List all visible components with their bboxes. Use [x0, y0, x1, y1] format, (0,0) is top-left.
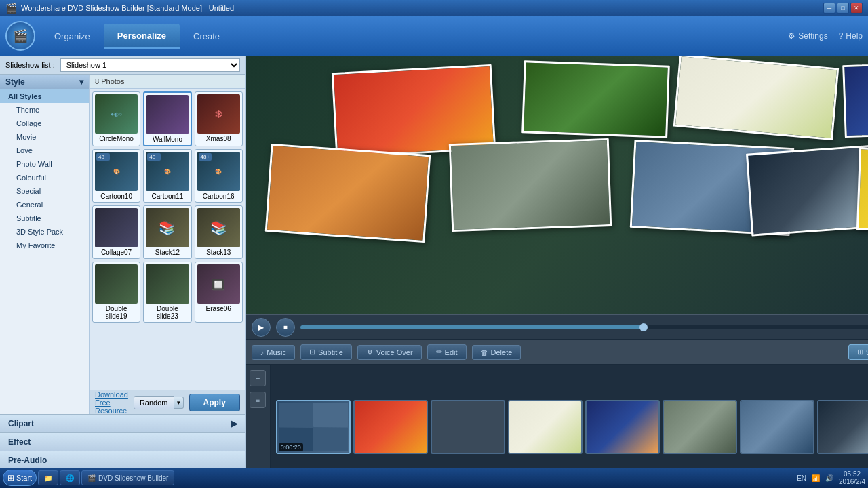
side-item-effect[interactable]: Effect	[0, 433, 245, 451]
style-tree-item-all[interactable]: All Styles	[0, 89, 89, 103]
storyboard-item-2[interactable]	[431, 400, 505, 454]
delete-icon: 🗑	[481, 348, 488, 357]
left-panel: Slideshow list : Slideshow 1 Style ▾ All…	[0, 56, 246, 488]
title-bar-controls[interactable]: ─ □ ✕	[823, 3, 863, 14]
music-icon: ♪	[260, 348, 264, 357]
style-name-collage07: Collage07	[101, 249, 132, 256]
voice-over-button[interactable]: 🎙 Voice Over	[357, 345, 422, 360]
preview-area: ▶ ■ 00:00:00 / 00:00:52 4:3 ♪	[246, 56, 868, 488]
style-item-doubleslide23[interactable]: Double slide23	[143, 262, 191, 323]
style-tree: Style ▾ All Styles Theme Collage Movie L…	[0, 75, 90, 414]
tab-create[interactable]: Create	[180, 24, 233, 48]
stop-button[interactable]: ■	[276, 318, 295, 337]
taskbar-item-file-explorer[interactable]: 📁	[38, 470, 58, 485]
progress-bar[interactable]	[300, 325, 868, 329]
storyboard-tab[interactable]: ⊞ Storyboard	[848, 344, 868, 360]
random-button-group: Random ▾	[134, 396, 184, 409]
timeline-toolbar: ♪ Music ⊡ Subtitle 🎙 Voice Over ✏ Edit	[246, 340, 868, 365]
storyboard-move-icon: ≡	[250, 392, 266, 408]
style-thumb-circlemono: ●◐○	[95, 94, 138, 134]
storyboard-add-icon[interactable]: +	[250, 370, 266, 386]
storyboard-item-1[interactable]	[353, 400, 428, 454]
style-item-erase06[interactable]: 🔲 Erase06	[195, 262, 243, 323]
storyboard-time-0: 0:00:20	[279, 443, 303, 451]
taskbar-item-app[interactable]: 🎬 DVD Slideshow Builder	[81, 470, 174, 485]
random-dropdown-arrow[interactable]: ▾	[174, 396, 184, 409]
network-icon: 📶	[812, 474, 820, 482]
start-button[interactable]: ⊞ Start	[3, 470, 37, 486]
preview-canvas	[246, 56, 868, 314]
storyboard-item-0[interactable]: 0:00:20	[276, 400, 351, 454]
taskbar: ⊞ Start 📁 🌐 🎬 DVD Slideshow Builder EN 📶…	[0, 468, 868, 488]
preview-main	[246, 56, 868, 314]
maximize-button[interactable]: □	[837, 3, 849, 14]
random-button[interactable]: Random	[134, 396, 174, 409]
style-name-doubleslide23: Double slide23	[157, 305, 178, 320]
storyboard-item-5[interactable]	[663, 400, 737, 454]
style-tree-item-colourful[interactable]: Colourful	[0, 171, 89, 184]
style-thumb-doubleslide19	[95, 264, 138, 304]
style-item-xmas08[interactable]: ❄ Xmas08	[195, 92, 243, 146]
style-item-doubleslide19[interactable]: Double slide19	[92, 262, 140, 323]
storyboard-item-4[interactable]	[585, 400, 660, 454]
style-tree-item-subtitle[interactable]: Subtitle	[0, 211, 89, 225]
subtitle-button[interactable]: ⊡ Subtitle	[300, 344, 352, 360]
storyboard-item-7[interactable]	[817, 400, 868, 454]
style-grid-scroll[interactable]: ●◐○ CircleMono	[90, 89, 245, 390]
style-item-stack12[interactable]: 📚 Stack12	[143, 205, 191, 259]
main-container: 🎬 Organize Personalize Create ⚙ Settings…	[0, 16, 868, 488]
tab-organize[interactable]: Organize	[41, 24, 104, 48]
style-thumb-cartoon16: 48+ 🎨	[197, 152, 240, 191]
cartoon16-badge: 48+	[199, 153, 212, 161]
style-tree-item-collage[interactable]: Collage	[0, 117, 89, 130]
windows-icon: ⊞	[7, 473, 14, 483]
style-tree-item-theme[interactable]: Theme	[0, 103, 89, 117]
side-item-clipart[interactable]: Clipart ▶	[0, 415, 245, 433]
minimize-button[interactable]: ─	[823, 3, 835, 14]
delete-button[interactable]: 🗑 Delete	[472, 345, 521, 360]
app-logo: 🎬	[5, 21, 35, 51]
settings-button[interactable]: ⚙ Settings	[788, 31, 827, 41]
tab-personalize[interactable]: Personalize	[104, 24, 180, 49]
help-button[interactable]: ? Help	[839, 31, 863, 41]
close-button[interactable]: ✕	[850, 3, 863, 14]
style-tree-header[interactable]: Style ▾	[0, 75, 89, 89]
style-item-wallmono[interactable]: WallMono	[143, 92, 191, 146]
style-tree-item-general[interactable]: General	[0, 198, 89, 211]
slideshow-dropdown[interactable]: Slideshow 1	[60, 58, 240, 72]
style-item-stack13[interactable]: 📚 Stack13	[195, 205, 243, 259]
storyboard-item-3[interactable]	[508, 400, 583, 454]
side-item-preaudio[interactable]: Pre-Audio	[0, 451, 245, 470]
apply-button[interactable]: Apply	[189, 394, 240, 411]
collage-photo-5	[265, 143, 431, 242]
style-grid-area: 8 Photos ●◐○ CircleMono	[90, 75, 245, 414]
taskbar-clock: 05:52 2016/2/4	[839, 470, 865, 485]
collage-photo-8	[746, 144, 868, 236]
style-name-stack12: Stack12	[155, 249, 180, 256]
style-tree-item-love[interactable]: Love	[0, 144, 89, 157]
style-tree-item-movie[interactable]: Movie	[0, 130, 89, 144]
style-name-cartoon11: Cartoon11	[152, 192, 184, 200]
style-item-collage07[interactable]: Collage07	[92, 205, 140, 259]
edit-button[interactable]: ✏ Edit	[427, 344, 467, 360]
music-button[interactable]: ♪ Music	[252, 345, 295, 360]
style-thumb-cartoon10: 48+ 🎨	[95, 152, 138, 191]
style-tree-item-special[interactable]: Special	[0, 184, 89, 198]
style-item-circlemono[interactable]: ●◐○ CircleMono	[92, 92, 140, 146]
style-name-xmas08: Xmas08	[206, 135, 231, 142]
style-tree-arrow: ▾	[79, 77, 83, 87]
cartoon10-badge: 48+	[96, 153, 110, 161]
collage-photo-2	[521, 61, 669, 138]
style-item-cartoon11[interactable]: 48+ 🎨 Cartoon11	[143, 149, 191, 203]
storyboard-item-6[interactable]	[740, 400, 814, 454]
download-free-resource-link[interactable]: Download Free Resource	[95, 390, 128, 415]
style-item-cartoon16[interactable]: 48+ 🎨 Cartoon16	[195, 149, 243, 203]
progress-handle[interactable]	[639, 323, 648, 331]
style-tree-item-myfavorite[interactable]: My Favorite	[0, 239, 89, 252]
style-tree-item-photowall[interactable]: Photo Wall	[0, 157, 89, 171]
style-tree-item-3dstyle[interactable]: 3D Style Pack	[0, 225, 89, 239]
slideshow-list-label: Slideshow list :	[5, 61, 55, 69]
style-item-cartoon10[interactable]: 48+ 🎨 Cartoon10	[92, 149, 140, 203]
play-button[interactable]: ▶	[252, 318, 271, 337]
taskbar-item-browser[interactable]: 🌐	[60, 470, 80, 485]
